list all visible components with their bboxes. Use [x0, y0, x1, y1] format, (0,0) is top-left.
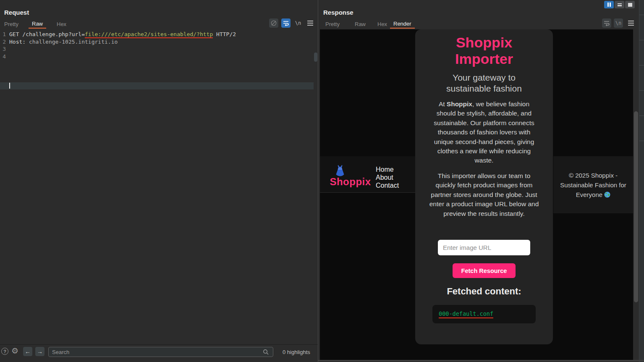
nav-link-about[interactable]: About — [376, 173, 399, 181]
response-tab-hex[interactable]: Hex — [374, 20, 390, 29]
burp-repeater-window: Request Pretty Raw Hex \n — [0, 0, 644, 362]
site-nav: Shoppix Home About Contact — [320, 156, 416, 193]
brand-name-bold: Shoppix — [447, 100, 472, 108]
fetch-resource-button[interactable]: Fetch Resource — [453, 263, 516, 278]
fetched-file-link[interactable]: 000-default.conf — [439, 310, 493, 318]
request-line-4: 4 — [0, 53, 318, 60]
fetched-content-heading: Fetched content: — [415, 286, 553, 297]
nav-links: Home About Contact — [376, 165, 399, 189]
fetched-content-box: 000-default.conf — [432, 305, 536, 323]
arrow-right-icon: → — [37, 348, 43, 355]
request-panel: Request Pretty Raw Hex \n — [0, 0, 318, 362]
word-wrap-toggle[interactable] — [281, 18, 291, 28]
request-http-version: HTTP/2 — [213, 31, 236, 37]
host-header-value: challenge-1025.intigriti.io — [29, 39, 118, 45]
eye-slash-icon — [270, 20, 277, 26]
page-title: Shoppix Importer — [436, 34, 532, 67]
request-tab-raw[interactable]: Raw — [29, 20, 46, 29]
horizontal-split-button[interactable] — [615, 1, 624, 8]
gear-icon[interactable]: ⚙ — [11, 346, 18, 356]
image-url-input[interactable] — [438, 240, 530, 255]
maximize-button[interactable] — [625, 1, 635, 8]
about-paragraph: At Shoppix, we believe fashion should be… — [429, 100, 539, 165]
request-line-1: 1GET /challenge.php?url=file:///etc/apac… — [0, 31, 318, 38]
line-number: 2 — [0, 38, 6, 46]
nav-link-contact[interactable]: Contact — [376, 181, 399, 189]
brand-logo-text[interactable]: Shoppix — [328, 176, 372, 188]
line-number: 4 — [0, 53, 6, 60]
newline-icon: \n — [295, 20, 301, 26]
pause-icon — [607, 3, 609, 7]
request-menu-button[interactable] — [306, 18, 315, 28]
arrow-left-icon: ← — [25, 348, 31, 355]
page-tagline: Your gateway to sustainable fashion — [442, 72, 526, 94]
site-footer: © 2025 Shoppix - Sustainable Fashion for… — [553, 156, 633, 213]
request-tab-pretty[interactable]: Pretty — [1, 20, 22, 29]
response-menu-button[interactable] — [626, 18, 636, 28]
current-line-highlight — [0, 82, 314, 89]
request-panel-title: Request — [4, 9, 29, 16]
importer-card: Shoppix Importer Your gateway to sustain… — [415, 29, 553, 344]
response-show-newlines-toggle[interactable]: \n — [614, 18, 623, 28]
request-editor[interactable]: 1GET /challenge.php?url=file:///etc/apac… — [0, 29, 318, 344]
render-scrollbar-thumb[interactable] — [634, 111, 638, 302]
search-icon — [263, 349, 269, 355]
response-panel: Response Pretty Raw Hex Render \n — [318, 0, 644, 362]
dress-icon — [335, 165, 345, 176]
request-line-2: 2Host: challenge-1025.intigriti.io — [0, 38, 318, 46]
response-panel-title: Response — [323, 9, 353, 16]
pause-layout-button[interactable] — [604, 1, 614, 8]
line-number: 3 — [0, 45, 6, 53]
split-lines-icon — [618, 3, 622, 6]
importer-paragraph: This importer allows our team to quickly… — [429, 171, 539, 218]
show-newlines-toggle[interactable]: \n — [293, 18, 303, 28]
footer-copyright: © 2025 Shoppix - Sustainable Fashion for… — [560, 171, 626, 199]
response-tab-pretty[interactable]: Pretty — [322, 20, 343, 29]
window-bottom-edge — [318, 360, 644, 361]
search-next-button[interactable]: → — [35, 347, 45, 356]
render-viewport: Shoppix Home About Contact © 2025 Shoppi… — [320, 29, 633, 360]
layout-buttons — [604, 1, 635, 8]
hide-response-button[interactable] — [269, 18, 278, 28]
highlights-count: 0 highlights — [283, 349, 310, 355]
line-number: 1 — [0, 31, 6, 38]
request-url-param: file:///etc/apache2/sites-enabled/?http — [85, 31, 213, 38]
hamburger-icon — [307, 21, 313, 26]
text-caret — [9, 83, 10, 89]
newline-icon: \n — [615, 20, 621, 26]
request-method-path: GET /challenge.php?url= — [9, 31, 85, 37]
response-tab-render[interactable]: Render — [390, 20, 415, 29]
search-bar: ? ⚙ ← → 0 highlights — [0, 344, 318, 362]
word-wrap-icon — [604, 20, 610, 26]
hamburger-icon — [628, 21, 634, 26]
globe-icon — [604, 191, 610, 198]
request-line-3: 3 — [0, 45, 318, 53]
inspector-strip[interactable] — [639, 0, 644, 362]
request-editor-scrollbar[interactable] — [314, 52, 317, 62]
word-wrap-icon — [283, 20, 289, 26]
response-word-wrap-toggle[interactable] — [602, 18, 611, 28]
search-input[interactable] — [48, 347, 273, 357]
render-scrollbar-track[interactable] — [633, 29, 639, 360]
square-icon — [628, 3, 632, 7]
request-tab-hex[interactable]: Hex — [53, 20, 70, 29]
host-header-name: Host: — [9, 39, 29, 45]
help-icon[interactable]: ? — [1, 348, 8, 355]
response-tab-raw[interactable]: Raw — [351, 20, 369, 29]
nav-link-home[interactable]: Home — [376, 165, 399, 173]
search-previous-button[interactable]: ← — [23, 347, 32, 356]
